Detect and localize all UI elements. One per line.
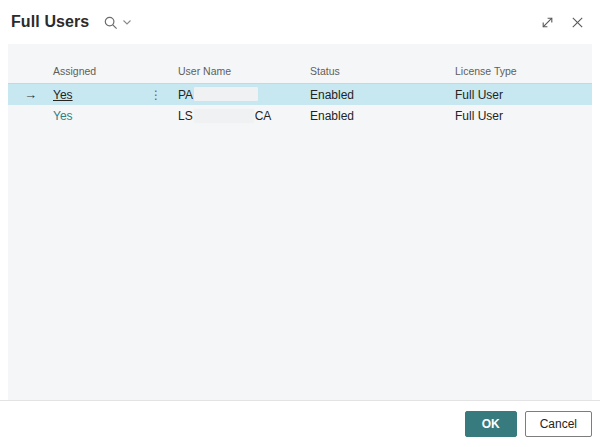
column-header-status[interactable]: Status (310, 65, 455, 77)
table-row[interactable]: → Yes ⋮ PA Enabled Full User (8, 83, 592, 105)
table-header-row: Assigned User Name Status License Type (8, 44, 592, 83)
search-dropdown-chevron-icon[interactable] (122, 18, 132, 26)
search-control[interactable] (103, 15, 132, 30)
user-name-cell[interactable]: LSCA (178, 105, 310, 127)
user-name-text-suffix: CA (255, 109, 272, 123)
assigned-link[interactable]: Yes (53, 105, 73, 127)
assigned-cell[interactable]: Yes (53, 105, 178, 127)
user-name-cell[interactable]: PA (178, 84, 310, 106)
status-cell[interactable]: Enabled (310, 84, 455, 106)
column-header-user-name[interactable]: User Name (178, 65, 310, 77)
status-cell[interactable]: Enabled (310, 105, 455, 127)
license-type-cell[interactable]: Full User (455, 84, 592, 106)
full-users-dialog: Full Users (0, 0, 600, 447)
dialog-titlebar: Full Users (0, 0, 600, 44)
cancel-button[interactable]: Cancel (525, 411, 592, 437)
users-table: Assigned User Name Status License Type →… (8, 44, 592, 127)
page-title: Full Users (11, 13, 89, 31)
user-name-text: LS (178, 109, 193, 123)
close-icon[interactable] (568, 13, 586, 31)
ok-button[interactable]: OK (465, 411, 517, 437)
search-icon[interactable] (103, 15, 118, 30)
list-content-area: Assigned User Name Status License Type →… (8, 44, 592, 400)
assigned-cell[interactable]: Yes ⋮ (53, 84, 178, 106)
license-type-cell[interactable]: Full User (455, 105, 592, 127)
row-menu-ellipsis-icon[interactable]: ⋮ (148, 89, 164, 101)
redaction-box (194, 87, 258, 101)
user-name-text: PA (178, 88, 193, 102)
column-header-assigned[interactable]: Assigned (53, 65, 178, 77)
redaction-box (194, 109, 254, 123)
dialog-footer: OK Cancel (0, 400, 600, 447)
assigned-link[interactable]: Yes (53, 84, 73, 106)
table-row[interactable]: Yes LSCA Enabled Full User (8, 105, 592, 127)
active-row-arrow-icon: → (8, 84, 53, 106)
column-header-license-type[interactable]: License Type (455, 65, 592, 77)
expand-dialog-icon[interactable] (538, 13, 556, 31)
